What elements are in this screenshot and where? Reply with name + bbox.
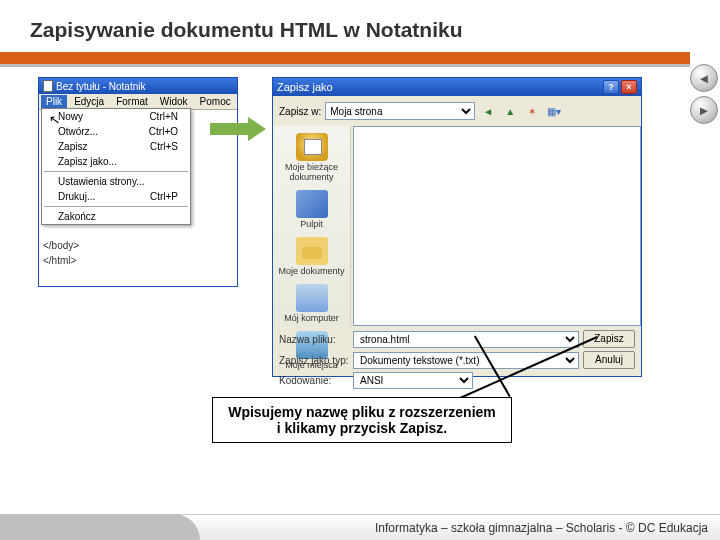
views-icon[interactable]: ▦▾	[545, 102, 563, 120]
cursor-icon: ↖	[48, 111, 61, 128]
place-recent[interactable]: Moje bieżące dokumenty	[276, 130, 348, 185]
saveas-title-text: Zapisz jako	[277, 81, 333, 93]
menu-format[interactable]: Format	[111, 95, 153, 108]
filename-label: Nazwa pliku:	[279, 334, 349, 345]
place-label: Mój komputer	[276, 313, 348, 323]
cancel-button[interactable]: Anuluj	[583, 351, 635, 369]
slide-footer: Informatyka – szkoła gimnazjalna – Schol…	[0, 514, 720, 540]
menu-item-open[interactable]: Otwórz...Ctrl+O	[42, 124, 190, 139]
place-mydocs[interactable]: Moje dokumenty	[276, 234, 348, 279]
menu-item-new[interactable]: NowyCtrl+N	[42, 109, 190, 124]
menu-edit[interactable]: Edycja	[69, 95, 109, 108]
mi-label: Ustawienia strony...	[58, 176, 145, 187]
savein-label: Zapisz w:	[279, 106, 321, 117]
saveas-titlebar: Zapisz jako ? ×	[273, 78, 641, 96]
mi-label: Otwórz...	[58, 126, 98, 137]
menu-item-pagesetup[interactable]: Ustawienia strony...	[42, 174, 190, 189]
encoding-label: Kodowanie:	[279, 375, 349, 386]
savein-select[interactable]: Moja strona	[325, 102, 475, 120]
place-label: Moje bieżące dokumenty	[276, 162, 348, 182]
help-button[interactable]: ?	[603, 80, 619, 94]
menu-item-save[interactable]: ZapiszCtrl+S	[42, 139, 190, 154]
place-label: Pulpit	[276, 219, 348, 229]
encoding-select[interactable]: ANSI	[353, 372, 473, 389]
menu-item-saveas[interactable]: Zapisz jako...	[42, 154, 190, 169]
code-line: </body>	[43, 238, 79, 253]
mi-label: Zapisz	[58, 141, 87, 152]
filename-input[interactable]: strona.html	[353, 331, 579, 348]
file-menu-dropdown: NowyCtrl+N Otwórz...Ctrl+O ZapiszCtrl+S …	[41, 108, 191, 225]
footer-text: Informatyka – szkoła gimnazjalna – Schol…	[375, 521, 708, 535]
mi-accel: Ctrl+S	[150, 141, 178, 152]
mi-label: Nowy	[58, 111, 83, 122]
mi-label: Drukuj...	[58, 191, 95, 202]
back-icon[interactable]: ◄	[479, 102, 497, 120]
notepad-titlebar: Bez tytułu - Notatnik	[39, 78, 237, 94]
menu-file[interactable]: Plik	[41, 95, 67, 108]
footer-decoration	[0, 514, 200, 540]
menu-help[interactable]: Pomoc	[195, 95, 236, 108]
notepad-window: Bez tytułu - Notatnik Plik Edycja Format…	[38, 77, 238, 287]
instruction-callout: Wpisujemy nazwę pliku z rozszerzeniem i …	[212, 397, 512, 443]
menu-item-print[interactable]: Drukuj...Ctrl+P	[42, 189, 190, 204]
computer-icon	[296, 284, 328, 312]
slide-title: Zapisywanie dokumentu HTML w Notatniku	[30, 18, 690, 42]
accent-bar	[0, 52, 690, 64]
mi-accel: Ctrl+P	[150, 191, 178, 202]
desktop-icon	[296, 190, 328, 218]
menu-view[interactable]: Widok	[155, 95, 193, 108]
document-body: </body> </html>	[43, 238, 79, 268]
up-icon[interactable]: ▲	[501, 102, 519, 120]
code-line: </html>	[43, 253, 79, 268]
callout-text: Wpisujemy nazwę pliku z rozszerzeniem	[223, 404, 501, 420]
menu-item-exit[interactable]: Zakończ	[42, 209, 190, 224]
notepad-icon	[43, 80, 53, 92]
menu-separator	[44, 171, 188, 172]
savein-row: Zapisz w: Moja strona ◄ ▲ ✶ ▦▾	[273, 96, 641, 126]
place-label: Moje dokumenty	[276, 266, 348, 276]
close-button[interactable]: ×	[621, 80, 637, 94]
place-desktop[interactable]: Pulpit	[276, 187, 348, 232]
newfolder-icon[interactable]: ✶	[523, 102, 541, 120]
recent-icon	[296, 133, 328, 161]
type-label: Zapisz jako typ:	[279, 355, 349, 366]
save-as-dialog: Zapisz jako ? × Zapisz w: Moja strona ◄ …	[272, 77, 642, 377]
menu-separator	[44, 206, 188, 207]
folder-icon	[296, 237, 328, 265]
mi-label: Zakończ	[58, 211, 96, 222]
place-mycomputer[interactable]: Mój komputer	[276, 281, 348, 326]
mi-accel: Ctrl+N	[149, 111, 178, 122]
file-list[interactable]	[353, 126, 641, 326]
arrow-icon	[210, 117, 270, 141]
mi-accel: Ctrl+O	[149, 126, 178, 137]
mi-label: Zapisz jako...	[58, 156, 117, 167]
places-bar: Moje bieżące dokumenty Pulpit Moje dokum…	[273, 126, 351, 326]
callout-text: i klikamy przycisk Zapisz.	[223, 420, 501, 436]
notepad-title-text: Bez tytułu - Notatnik	[56, 81, 145, 92]
